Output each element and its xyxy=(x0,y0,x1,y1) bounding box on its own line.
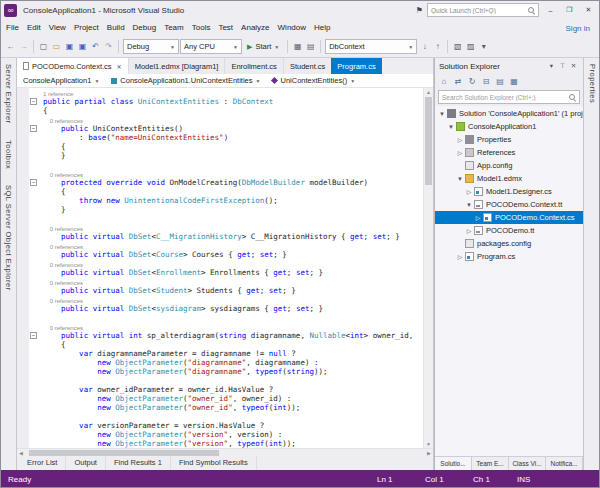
codelens-annotation[interactable]: 0 references xyxy=(17,169,423,178)
expand-arrow-icon[interactable]: ▷ xyxy=(474,214,482,221)
solution-explorer-icon[interactable]: ▧ xyxy=(451,39,464,54)
scroll-right-icon[interactable]: ▶ xyxy=(425,449,433,457)
tree-item-model1-designer-cs[interactable]: ▷Model1.Designer.cs xyxy=(435,185,583,198)
code-line[interactable] xyxy=(17,214,423,223)
expand-arrow-icon[interactable]: ▷ xyxy=(456,136,464,143)
menu-item-view[interactable]: View xyxy=(45,20,70,36)
code-line[interactable]: : base("name=UniContextEntities") xyxy=(17,133,423,142)
horizontal-scrollbar[interactable]: ◀ ▶ xyxy=(17,448,433,456)
menu-item-analyze[interactable]: Analyze xyxy=(237,20,273,36)
side-tab-toolbox[interactable]: Toolbox xyxy=(4,140,13,169)
side-tab-properties[interactable]: Properties xyxy=(588,64,597,103)
code-line[interactable]: var versionParameter = version.HasValue … xyxy=(17,421,423,430)
menu-item-edit[interactable]: Edit xyxy=(23,20,45,36)
menu-item-window[interactable]: Window xyxy=(274,20,310,36)
codelens-annotation[interactable]: 0 references xyxy=(17,259,423,268)
menu-item-tools[interactable]: Tools xyxy=(188,20,215,36)
side-tab-server-explorer[interactable]: Server Explorer xyxy=(4,64,13,124)
expand-arrow-icon[interactable]: ▷ xyxy=(456,149,464,156)
code-line[interactable]: new ObjectParameter("owner_id", typeof(i… xyxy=(17,403,423,412)
close-button[interactable]: ✕ xyxy=(581,3,596,17)
solution-search-input[interactable]: Search Solution Explorer (Ctrl+;) xyxy=(438,90,580,104)
find-next-icon[interactable]: ↓ xyxy=(418,39,431,54)
code-line[interactable]: { xyxy=(17,340,423,349)
expand-arrow-icon[interactable]: ▷ xyxy=(465,227,473,234)
code-line[interactable]: −public partial class UniContextEntities… xyxy=(17,97,423,106)
code-line[interactable]: public virtual DbSet<Course> Courses { g… xyxy=(17,250,423,259)
code-line[interactable]: new ObjectParameter("version", typeof(in… xyxy=(17,439,423,448)
code-line[interactable] xyxy=(17,313,423,322)
open-file-icon[interactable]: ▭ xyxy=(50,39,63,54)
code-line[interactable]: public virtual DbSet<C__MigrationHistory… xyxy=(17,232,423,241)
pin-icon[interactable]: ⊤ xyxy=(557,62,568,70)
menu-item-team[interactable]: Team xyxy=(160,20,188,36)
scroll-down-icon[interactable]: ▼ xyxy=(424,440,433,448)
start-debug-button[interactable]: ▶ Start ▼ xyxy=(243,39,283,54)
tree-item-pocodemo-context-cs[interactable]: ▷POCODemo.Context.cs xyxy=(435,211,583,224)
build-icon[interactable]: ▦ xyxy=(291,39,304,54)
codelens-annotation[interactable]: 0 references xyxy=(17,277,423,286)
panel-tab-team-e[interactable]: Team E... xyxy=(472,457,509,470)
tree-item-program-cs[interactable]: ▷Program.cs xyxy=(435,250,583,263)
code-line[interactable]: } xyxy=(17,205,423,214)
collapse-arrow-icon[interactable]: ▼ xyxy=(465,202,473,208)
sign-in-button[interactable]: Sign in xyxy=(558,24,598,33)
codelens-annotation[interactable]: 0 references xyxy=(17,115,423,124)
codelens-annotation[interactable]: 0 references xyxy=(17,223,423,232)
member-dropdown[interactable]: UniContextEntities() ▼ xyxy=(266,74,361,88)
document-tab-program-cs[interactable]: Program.cs xyxy=(331,58,381,74)
code-line[interactable] xyxy=(17,160,423,169)
undo-icon[interactable]: ↶ xyxy=(89,39,102,54)
panel-tab-output[interactable]: Output xyxy=(66,456,106,470)
type-dropdown[interactable]: ConsoleApplication1.UniContextEntities ▼ xyxy=(105,74,266,88)
code-line[interactable]: new ObjectParameter("owner_id", owner_id… xyxy=(17,394,423,403)
navigate-to-combo[interactable]: DbContext ▼ xyxy=(325,39,417,54)
close-icon[interactable]: ✕ xyxy=(117,63,122,70)
menu-item-project[interactable]: Project xyxy=(70,20,103,36)
tree-item-model1-edmx[interactable]: ▼Model1.edmx xyxy=(435,172,583,185)
document-tab-pocodemo-context-cs[interactable]: POCODemo.Context.cs✕ xyxy=(17,58,128,74)
forward-icon[interactable]: → xyxy=(17,39,30,54)
menu-item-test[interactable]: Test xyxy=(214,20,237,36)
code-line[interactable]: new ObjectParameter("version", version) … xyxy=(17,430,423,439)
document-tab-model1-edmx-diagram1[interactable]: Model1.edmx [Diagram1] xyxy=(128,58,225,74)
scroll-left-icon[interactable]: ◀ xyxy=(17,449,25,457)
tree-item-packages-config[interactable]: packages.config xyxy=(435,237,583,250)
codelens-annotation[interactable]: 0 references xyxy=(17,241,423,250)
code-line[interactable]: throw new UnintentionalCodeFirstExceptio… xyxy=(17,196,423,205)
code-line[interactable]: var owner_idParameter = owner_id.HasValu… xyxy=(17,385,423,394)
code-line[interactable] xyxy=(17,376,423,385)
home-icon[interactable]: ⌂ xyxy=(438,75,450,89)
fold-toggle-icon[interactable]: − xyxy=(30,179,37,186)
expand-arrow-icon[interactable]: ▷ xyxy=(456,253,464,260)
panel-tab-class-vi[interactable]: Class Vi... xyxy=(509,457,546,470)
code-line[interactable] xyxy=(17,412,423,421)
code-line[interactable]: public virtual DbSet<sysdiagram> sysdiag… xyxy=(17,304,423,313)
panel-tab-find-symbol-results[interactable]: Find Symbol Results xyxy=(171,456,257,470)
collapse-arrow-icon[interactable]: ▼ xyxy=(456,176,464,182)
scroll-up-icon[interactable]: ▲ xyxy=(424,88,433,96)
sync-with-active-document-icon[interactable]: ⇄ xyxy=(452,75,464,89)
code-line[interactable]: var diagramnameParameter = diagramname !… xyxy=(17,349,423,358)
tree-item-solution-consoleapplication1-1-project[interactable]: ▼Solution 'ConsoleApplication1' (1 proje… xyxy=(435,107,583,120)
codelens-annotation[interactable]: 0 references xyxy=(17,322,423,331)
code-editor[interactable]: 1 reference−public partial class UniCont… xyxy=(17,88,433,448)
close-icon[interactable]: ✕ xyxy=(568,62,579,70)
collapse-all-icon[interactable]: ⊟ xyxy=(480,75,492,89)
vertical-scrollbar[interactable]: ▲ ▼ xyxy=(423,88,433,448)
redo-icon[interactable]: ↷ xyxy=(102,39,115,54)
maximize-button[interactable]: ❐ xyxy=(562,3,577,17)
panel-tab-notifica[interactable]: Notifica... xyxy=(546,457,583,470)
refresh-icon[interactable]: ↻ xyxy=(466,75,478,89)
fold-toggle-icon[interactable]: − xyxy=(30,125,37,132)
expand-arrow-icon[interactable]: ▷ xyxy=(465,188,473,195)
feedback-flag-icon[interactable]: ⚑ xyxy=(416,6,423,15)
minimize-button[interactable]: – xyxy=(543,3,558,17)
tree-item-app-config[interactable]: App.config xyxy=(435,159,583,172)
tree-item-pocodemo-context-tt[interactable]: ▼POCODemo.Context.tt xyxy=(435,198,583,211)
code-line[interactable]: public virtual DbSet<Student> Students {… xyxy=(17,286,423,295)
code-line[interactable]: − protected override void OnModelCreatin… xyxy=(17,178,423,187)
document-tab-enrollment-cs[interactable]: Enrollment.cs xyxy=(224,58,282,74)
code-line[interactable]: { xyxy=(17,142,423,151)
code-line[interactable]: } xyxy=(17,151,423,160)
